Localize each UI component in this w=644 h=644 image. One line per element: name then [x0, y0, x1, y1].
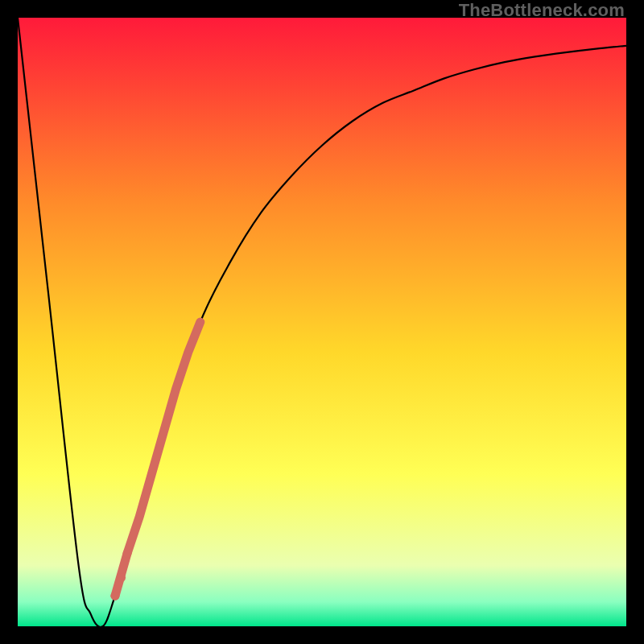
marker-dot [123, 549, 132, 558]
plot-area [18, 18, 626, 626]
marker-dot [110, 592, 119, 601]
bottleneck-curve [18, 18, 626, 626]
dots-near-min [110, 549, 131, 601]
chart-svg [18, 18, 626, 626]
watermark-text: TheBottleneck.com [459, 0, 625, 21]
marker-dot [117, 573, 126, 582]
chart-stage: TheBottleneck.com [0, 0, 644, 644]
